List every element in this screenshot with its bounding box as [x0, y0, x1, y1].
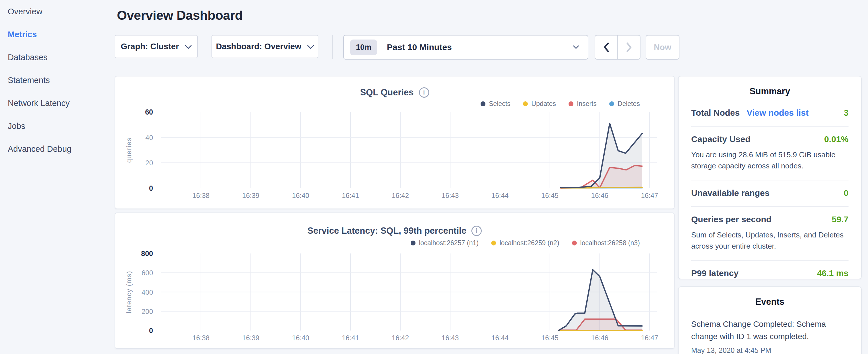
- event-item-text[interactable]: Schema Change Completed: Schema change w…: [691, 318, 848, 343]
- svg-text:600: 600: [142, 269, 153, 277]
- summary-row-queries-per-second: Queries per second 59.7 Sum of Selects, …: [691, 206, 848, 260]
- step-forward-button[interactable]: [618, 35, 640, 59]
- legend-dot-icon: [491, 240, 496, 246]
- svg-text:latency (ms): latency (ms): [125, 271, 133, 313]
- events-title: Events: [679, 287, 861, 307]
- dashboard-dropdown-label: Dashboard: Overview: [216, 42, 301, 51]
- view-nodes-list-link[interactable]: View nodes list: [746, 108, 808, 118]
- svg-text:200: 200: [142, 308, 153, 315]
- svg-text:60: 60: [145, 108, 153, 116]
- legend-label: Deletes: [618, 100, 640, 108]
- svg-text:queries: queries: [125, 137, 133, 163]
- svg-text:16:43: 16:43: [442, 192, 459, 199]
- svg-text:16:47: 16:47: [641, 334, 658, 342]
- legend-label: Inserts: [577, 100, 597, 108]
- summary-row-value: 0: [844, 188, 848, 198]
- svg-text:16:39: 16:39: [242, 192, 259, 199]
- sidebar-nav: OverviewMetricsDatabasesStatementsNetwor…: [0, 0, 115, 354]
- time-step-buttons: [595, 35, 641, 60]
- chevron-down-icon: [185, 42, 192, 51]
- summary-row-capacity-used: Capacity Used 0.01% You are using 28.6 M…: [691, 126, 848, 180]
- sql-queries-card: 16:3816:3916:4016:4116:4216:4316:4416:45…: [115, 76, 675, 209]
- info-icon[interactable]: i: [471, 226, 482, 236]
- sidebar-item-metrics[interactable]: Metrics: [0, 23, 115, 46]
- time-range-picker[interactable]: 10m Past 10 Minutes: [343, 35, 588, 60]
- summary-row-total-nodes: Total Nodes View nodes list 3: [691, 103, 848, 126]
- toolbar-divider: [333, 35, 333, 59]
- legend-item: Updates: [523, 100, 556, 108]
- summary-row-label: Unavailable ranges: [691, 188, 769, 198]
- legend-item: localhost:26257 (n1): [411, 239, 478, 247]
- summary-row-value: 46.1 ms: [817, 268, 848, 278]
- svg-text:16:40: 16:40: [292, 192, 309, 199]
- graph-dropdown-label: Graph: Cluster: [121, 42, 179, 51]
- legend-item: Selects: [480, 100, 510, 108]
- svg-text:16:43: 16:43: [442, 334, 459, 342]
- svg-text:16:44: 16:44: [492, 192, 509, 199]
- svg-text:16:45: 16:45: [541, 334, 559, 342]
- page-title: Overview Dashboard: [117, 8, 243, 23]
- legend-dot-icon: [523, 101, 528, 106]
- summary-panel: Summary Total Nodes View nodes list 3 Ca…: [678, 76, 862, 279]
- summary-row-label: Total Nodes: [691, 108, 740, 118]
- summary-row-label: Capacity Used: [691, 134, 750, 144]
- dashboard-dropdown[interactable]: Dashboard: Overview: [212, 35, 318, 58]
- legend-label: localhost:26259 (n2): [499, 239, 559, 247]
- sidebar-item-network-latency[interactable]: Network Latency: [0, 92, 115, 115]
- sidebar-item-overview[interactable]: Overview: [0, 0, 115, 23]
- legend-dot-icon: [609, 101, 614, 106]
- chevron-down-icon: [573, 45, 579, 51]
- svg-text:16:38: 16:38: [192, 334, 210, 342]
- svg-text:16:42: 16:42: [392, 192, 409, 199]
- chart-legend: localhost:26257 (n1)localhost:26259 (n2)…: [411, 239, 640, 247]
- summary-row-p99-latency: P99 latency 46.1 ms: [691, 260, 848, 286]
- legend-item: localhost:26258 (n3): [572, 239, 640, 247]
- legend-dot-icon: [480, 101, 486, 106]
- legend-item: Inserts: [568, 100, 597, 108]
- legend-label: localhost:26258 (n3): [580, 239, 640, 247]
- sidebar-item-advanced-debug[interactable]: Advanced Debug: [0, 137, 115, 160]
- svg-text:16:40: 16:40: [292, 334, 309, 342]
- svg-text:400: 400: [142, 288, 153, 296]
- summary-row-value: 59.7: [832, 215, 848, 224]
- svg-text:16:42: 16:42: [392, 334, 409, 342]
- svg-text:16:46: 16:46: [591, 334, 608, 342]
- toolbar: Graph: Cluster Dashboard: Overview 10m P…: [115, 35, 675, 61]
- svg-text:16:41: 16:41: [342, 334, 359, 342]
- main-content: Overview Dashboard Graph: Cluster Dashbo…: [115, 0, 675, 354]
- summary-row-label: Queries per second: [691, 215, 771, 224]
- legend-item: localhost:26259 (n2): [491, 239, 559, 247]
- sidebar-item-databases[interactable]: Databases: [0, 46, 115, 69]
- info-icon[interactable]: i: [419, 87, 429, 98]
- legend-item: Deletes: [609, 100, 640, 108]
- svg-text:16:47: 16:47: [641, 192, 658, 199]
- events-panel: Events Schema Change Completed: Schema c…: [678, 286, 862, 354]
- summary-row-subtext: Sum of Selects, Updates, Inserts, and De…: [691, 229, 848, 252]
- svg-text:0: 0: [149, 326, 153, 334]
- graph-dropdown[interactable]: Graph: Cluster: [115, 35, 198, 58]
- summary-row-unavailable-ranges: Unavailable ranges 0: [691, 180, 848, 206]
- chart-title: Service Latency: SQL, 99th percentile: [308, 226, 467, 236]
- chart-legend: SelectsUpdatesInsertsDeletes: [480, 100, 640, 108]
- summary-row-value: 0.01%: [824, 134, 848, 144]
- chevron-left-icon: [603, 42, 609, 52]
- svg-text:20: 20: [145, 159, 153, 167]
- legend-label: Updates: [531, 100, 556, 108]
- chart-title: SQL Queries: [360, 87, 413, 98]
- now-button[interactable]: Now: [646, 35, 679, 60]
- svg-text:16:44: 16:44: [492, 334, 509, 342]
- svg-text:16:45: 16:45: [541, 192, 559, 199]
- legend-label: localhost:26257 (n1): [419, 239, 478, 247]
- summary-row-value: 3: [844, 108, 848, 118]
- summary-title: Summary: [679, 76, 861, 97]
- legend-dot-icon: [411, 240, 415, 246]
- legend-dot-icon: [572, 240, 577, 246]
- sidebar-item-statements[interactable]: Statements: [0, 69, 115, 92]
- step-back-button[interactable]: [595, 35, 618, 59]
- chevron-right-icon: [626, 42, 632, 52]
- sidebar-item-jobs[interactable]: Jobs: [0, 115, 115, 137]
- svg-text:800: 800: [141, 250, 153, 257]
- event-item-time: May 13, 2020 at 4:45 PM: [691, 346, 848, 354]
- svg-text:16:41: 16:41: [342, 192, 359, 199]
- svg-text:16:38: 16:38: [192, 192, 210, 199]
